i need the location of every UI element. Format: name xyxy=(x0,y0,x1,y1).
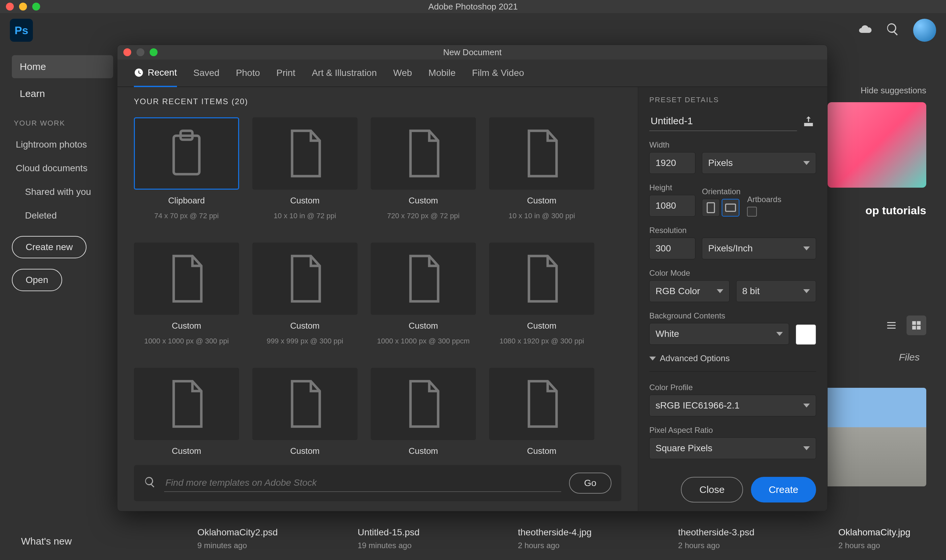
color-profile-select[interactable]: sRGB IEC61966-2.1 xyxy=(649,395,816,416)
stock-search-input[interactable] xyxy=(164,474,561,492)
tab-photo[interactable]: Photo xyxy=(236,68,260,86)
preset-name: Custom xyxy=(527,321,557,331)
close-window-icon[interactable] xyxy=(6,3,14,11)
dialog-tabs: Recent Saved Photo Print Art & Illustrat… xyxy=(117,60,827,87)
preset-name: Custom xyxy=(527,446,557,456)
document-icon xyxy=(252,243,358,315)
svg-rect-0 xyxy=(174,136,199,174)
zoom-window-icon[interactable] xyxy=(32,3,40,11)
tab-film[interactable]: Film & Video xyxy=(472,68,524,86)
recent-items-heading: YOUR RECENT ITEMS (20) xyxy=(117,87,638,109)
recent-file-name: OklahomaCity.jpg xyxy=(838,527,926,538)
dialog-zoom-icon[interactable] xyxy=(150,48,157,56)
document-icon xyxy=(134,368,239,440)
preset-card[interactable]: Custom1600 x 2560 px @ 300 ppi xyxy=(134,363,239,458)
tab-mobile[interactable]: Mobile xyxy=(429,68,455,86)
cloud-icon[interactable] xyxy=(858,22,872,39)
resolution-input[interactable] xyxy=(649,238,695,259)
chevron-down-icon xyxy=(803,246,810,251)
recent-file[interactable]: OklahomaCity2.psd9 minutes ago xyxy=(198,527,285,550)
whats-new-link[interactable]: What's new xyxy=(21,536,72,547)
hide-suggestions-link[interactable]: Hide suggestions xyxy=(861,85,926,95)
sidebar-item-deleted[interactable]: Deleted xyxy=(12,206,113,225)
recent-file[interactable]: OklahomaCity.jpg2 hours ago xyxy=(838,527,926,550)
tab-web[interactable]: Web xyxy=(394,68,412,86)
dialog-close-icon[interactable] xyxy=(123,48,131,56)
width-unit-select[interactable]: Pixels xyxy=(702,152,816,174)
close-button[interactable]: Close xyxy=(681,477,743,503)
color-mode-value: RGB Color xyxy=(656,286,700,297)
preset-card[interactable]: Clipboard74 x 70 px @ 72 ppi xyxy=(134,113,239,225)
advanced-options-label: Advanced Options xyxy=(660,353,730,363)
preset-details-heading: PRESET DETAILS xyxy=(649,95,816,104)
recent-thumbnail[interactable] xyxy=(821,388,926,486)
svg-rect-2 xyxy=(707,203,715,212)
sidebar-item-shared[interactable]: Shared with you xyxy=(12,182,113,202)
open-button[interactable]: Open xyxy=(12,269,62,291)
document-name-input[interactable] xyxy=(649,111,797,131)
sidebar-item-lightroom[interactable]: Lightroom photos xyxy=(12,135,113,154)
document-icon xyxy=(371,368,476,440)
resolution-unit-select[interactable]: Pixels/Inch xyxy=(702,238,816,259)
preset-dimensions: 720 x 720 px @ 72 ppi xyxy=(387,212,460,220)
user-avatar[interactable] xyxy=(913,19,936,42)
recent-file[interactable]: Untitled-15.psd19 minutes ago xyxy=(358,527,445,550)
preset-card[interactable]: Custom999 x 999 px @ 300 ppi xyxy=(252,238,358,350)
tab-recent-label: Recent xyxy=(148,68,177,78)
color-mode-select[interactable]: RGB Color xyxy=(649,280,730,302)
recent-file-time: 2 hours ago xyxy=(678,541,766,550)
document-icon xyxy=(252,368,358,440)
preset-dimensions: 1000 x 1000 px @ 300 ppi xyxy=(144,337,228,345)
recent-file[interactable]: theotherside-4.jpg2 hours ago xyxy=(518,527,606,550)
pixel-aspect-label: Pixel Aspect Ratio xyxy=(649,426,816,435)
suggestion-tile[interactable] xyxy=(827,102,926,188)
stock-go-button[interactable]: Go xyxy=(569,472,611,494)
background-color-swatch[interactable] xyxy=(796,325,816,345)
save-preset-icon[interactable] xyxy=(801,114,816,129)
search-icon[interactable] xyxy=(886,22,900,39)
width-label: Width xyxy=(649,140,816,149)
preset-card[interactable]: Custom3 x 1600 px @ 300 ppi xyxy=(371,363,476,458)
tab-saved[interactable]: Saved xyxy=(193,68,219,86)
preset-card[interactable]: Custom1000 x 1000 px @ 300 ppi xyxy=(134,238,239,350)
bit-depth-select[interactable]: 8 bit xyxy=(736,280,816,302)
orientation-portrait-button[interactable] xyxy=(702,199,720,217)
preset-card[interactable]: Custom1600 x 2560 px @ 300 ppi xyxy=(252,363,358,458)
view-list-icon[interactable] xyxy=(881,315,901,335)
app-titlebar: Adobe Photoshop 2021 xyxy=(0,0,946,13)
files-tab[interactable]: Files xyxy=(899,352,920,363)
sidebar-item-home[interactable]: Home xyxy=(12,55,113,78)
preset-card[interactable]: Custom2560 x 1440 px @ 96 ppi xyxy=(489,363,594,458)
document-icon xyxy=(489,117,594,190)
recent-file[interactable]: theotherside-3.psd2 hours ago xyxy=(678,527,766,550)
create-button[interactable]: Create xyxy=(751,477,816,503)
background-select[interactable]: White xyxy=(649,323,789,345)
resolution-unit-value: Pixels/Inch xyxy=(708,243,753,254)
document-icon xyxy=(371,243,476,315)
tab-print[interactable]: Print xyxy=(276,68,295,86)
preset-dimensions: 74 x 70 px @ 72 ppi xyxy=(154,212,219,220)
dialog-minimize-icon xyxy=(136,48,144,56)
preset-card[interactable]: Custom10 x 10 in @ 300 ppi xyxy=(489,113,594,225)
view-grid-icon[interactable] xyxy=(906,315,926,335)
orientation-landscape-button[interactable] xyxy=(722,199,739,217)
sidebar-item-cloud[interactable]: Cloud documents xyxy=(12,158,113,178)
minimize-window-icon[interactable] xyxy=(19,3,27,11)
tab-art[interactable]: Art & Illustration xyxy=(312,68,377,86)
artboards-checkbox[interactable] xyxy=(747,207,757,217)
recent-file-name: theotherside-4.jpg xyxy=(518,527,606,538)
sidebar-item-learn[interactable]: Learn xyxy=(12,82,113,105)
advanced-options-toggle[interactable]: Advanced Options xyxy=(649,353,816,363)
tab-recent[interactable]: Recent xyxy=(134,68,177,87)
preset-name: Custom xyxy=(172,446,201,456)
create-new-button[interactable]: Create new xyxy=(12,236,86,258)
pixel-aspect-select[interactable]: Square Pixels xyxy=(649,437,816,459)
preset-card[interactable]: Custom1080 x 1920 px @ 300 ppi xyxy=(489,238,594,350)
stock-search-bar: Go xyxy=(134,465,621,501)
height-input[interactable] xyxy=(649,195,695,217)
preset-card[interactable]: Custom720 x 720 px @ 72 ppi xyxy=(371,113,476,225)
preset-card[interactable]: Custom1000 x 1000 px @ 300 ppcm xyxy=(371,238,476,350)
sidebar-section-your-work: YOUR WORK xyxy=(14,119,113,128)
width-input[interactable] xyxy=(649,152,695,174)
preset-card[interactable]: Custom10 x 10 in @ 72 ppi xyxy=(252,113,358,225)
